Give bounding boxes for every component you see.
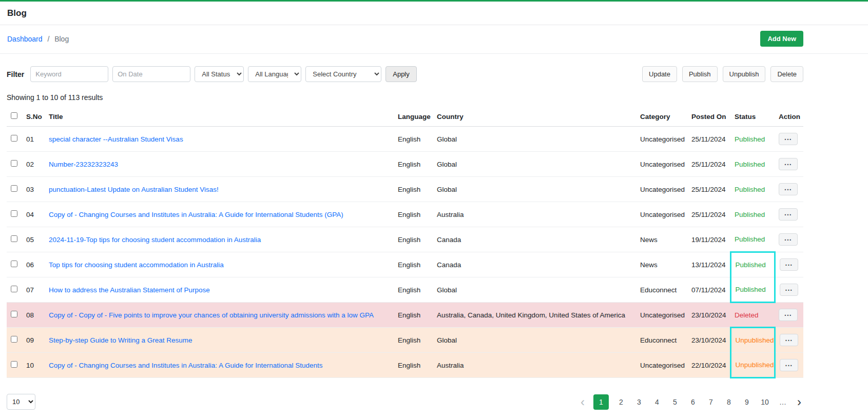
- row-posted-on: 25/11/2024: [687, 177, 730, 202]
- apply-button[interactable]: Apply: [385, 66, 417, 82]
- row-actions-button[interactable]: ...: [779, 158, 798, 170]
- row-actions-button[interactable]: ...: [780, 258, 799, 271]
- row-action-cell: ...: [775, 353, 803, 378]
- row-action-cell: ...: [775, 177, 803, 202]
- row-title-link[interactable]: special character --Australian Student V…: [49, 135, 183, 143]
- row-title-link[interactable]: Number-23232323243: [49, 161, 118, 168]
- row-actions-button[interactable]: ...: [779, 309, 798, 321]
- keyword-input[interactable]: [30, 66, 108, 82]
- page-item-8[interactable]: 8: [723, 394, 735, 410]
- page-item-7[interactable]: 7: [705, 394, 717, 410]
- row-category: News: [636, 252, 687, 277]
- page-item-5[interactable]: 5: [669, 394, 681, 410]
- page-size-select[interactable]: 10: [7, 394, 35, 410]
- page-item-…[interactable]: …: [777, 394, 788, 410]
- row-posted-on: 25/11/2024: [687, 127, 730, 152]
- status-cell: Published: [730, 202, 775, 227]
- status-cell: Unpublished: [730, 328, 775, 353]
- page-item-6[interactable]: 6: [687, 394, 699, 410]
- country-select[interactable]: Select Country: [305, 66, 381, 82]
- row-checkbox[interactable]: [11, 135, 17, 142]
- breadcrumb-current: Blog: [54, 35, 69, 43]
- status-text: Published: [735, 186, 765, 193]
- row-posted-on: 22/10/2024: [687, 353, 730, 378]
- page-item-1[interactable]: 1: [593, 394, 609, 410]
- row-actions-button[interactable]: ...: [779, 183, 798, 195]
- row-actions-button[interactable]: ...: [780, 334, 799, 346]
- row-sno: 04: [22, 202, 45, 227]
- row-checkbox-cell: [7, 152, 22, 177]
- prev-page-button[interactable]: ‹: [578, 396, 587, 408]
- page-item-3[interactable]: 3: [633, 394, 645, 410]
- header-category: Category: [636, 108, 687, 127]
- breadcrumb-dashboard-link[interactable]: Dashboard: [7, 35, 43, 43]
- table-row: 05 2024-11-19-Top tips for choosing stud…: [7, 227, 803, 252]
- table-row: 06 Top tips for choosing student accommo…: [7, 252, 803, 277]
- status-select[interactable]: All Status: [195, 66, 244, 82]
- row-actions-button[interactable]: ...: [779, 133, 798, 145]
- status-text: Published: [735, 161, 765, 168]
- date-input[interactable]: [112, 66, 190, 82]
- page-item-10[interactable]: 10: [759, 394, 770, 410]
- row-language: English: [394, 202, 433, 227]
- next-page-button[interactable]: ›: [795, 396, 803, 408]
- row-checkbox[interactable]: [11, 336, 17, 343]
- table-header-row: S.No Title Language Country Category Pos…: [7, 108, 803, 127]
- page-item-2[interactable]: 2: [615, 394, 627, 410]
- row-checkbox[interactable]: [11, 210, 17, 217]
- row-action-cell: ...: [775, 252, 803, 277]
- row-title-link[interactable]: Copy of - Changing Courses and Institute…: [49, 362, 323, 369]
- status-cell: Published: [730, 227, 775, 252]
- row-checkbox-cell: [7, 177, 22, 202]
- status-text: Published: [735, 235, 765, 243]
- row-checkbox[interactable]: [11, 361, 17, 368]
- page-item-4[interactable]: 4: [651, 394, 663, 410]
- table-row: 07 How to address the Australian Stateme…: [7, 277, 803, 303]
- row-title-link[interactable]: Top tips for choosing student accommodat…: [49, 261, 224, 269]
- publish-button[interactable]: Publish: [682, 66, 718, 82]
- row-action-cell: ...: [775, 303, 803, 328]
- row-title-link[interactable]: 2024-11-19-Top tips for choosing student…: [49, 236, 261, 244]
- row-title-link[interactable]: How to address the Australian Statement …: [49, 286, 210, 294]
- page-header: Blog: [0, 2, 868, 25]
- row-actions-button[interactable]: ...: [780, 359, 799, 371]
- row-checkbox[interactable]: [11, 185, 17, 192]
- status-cell: Unpublished: [730, 353, 775, 378]
- select-all-checkbox[interactable]: [11, 112, 17, 119]
- update-button[interactable]: Update: [642, 66, 677, 82]
- status-cell: Published: [730, 252, 775, 277]
- row-actions-button[interactable]: ...: [779, 208, 798, 221]
- status-text: Published: [736, 261, 766, 269]
- row-country: Global: [433, 277, 636, 303]
- delete-button[interactable]: Delete: [770, 66, 803, 82]
- status-text: Published: [735, 211, 765, 218]
- row-checkbox[interactable]: [11, 235, 17, 242]
- header-title: Title: [45, 108, 394, 127]
- row-action-cell: ...: [775, 328, 803, 353]
- row-checkbox[interactable]: [11, 311, 17, 317]
- row-title-cell: Number-23232323243: [45, 152, 394, 177]
- row-title-cell: Copy of - Copy of - Five points to impro…: [45, 303, 394, 328]
- row-posted-on: 19/11/2024: [687, 227, 730, 252]
- row-checkbox[interactable]: [11, 261, 17, 267]
- row-checkbox[interactable]: [11, 160, 17, 167]
- language-select[interactable]: All Language: [248, 66, 301, 82]
- row-title-cell: 2024-11-19-Top tips for choosing student…: [45, 227, 394, 252]
- row-title-link[interactable]: Step-by-step Guide to Writing a Great Re…: [49, 336, 192, 344]
- add-new-button[interactable]: Add New: [760, 31, 803, 47]
- row-checkbox-cell: [7, 202, 22, 227]
- page-item-9[interactable]: 9: [741, 394, 753, 410]
- status-text: Deleted: [735, 311, 759, 319]
- row-action-cell: ...: [775, 227, 803, 252]
- row-actions-button[interactable]: ...: [779, 233, 798, 246]
- row-checkbox[interactable]: [11, 286, 17, 292]
- row-actions-button[interactable]: ...: [780, 284, 799, 296]
- row-title-link[interactable]: Copy of - Changing Courses and Institute…: [49, 211, 343, 218]
- row-sno: 10: [22, 353, 45, 378]
- unpublish-button[interactable]: Unpublish: [723, 66, 766, 82]
- row-category: Educonnect: [636, 277, 687, 303]
- table-body: 01 special character --Australian Studen…: [7, 127, 803, 378]
- status-cell: Published: [730, 127, 775, 152]
- row-title-link[interactable]: punctuation-Latest Update on Australian …: [49, 186, 219, 193]
- row-title-link[interactable]: Copy of - Copy of - Five points to impro…: [49, 311, 374, 319]
